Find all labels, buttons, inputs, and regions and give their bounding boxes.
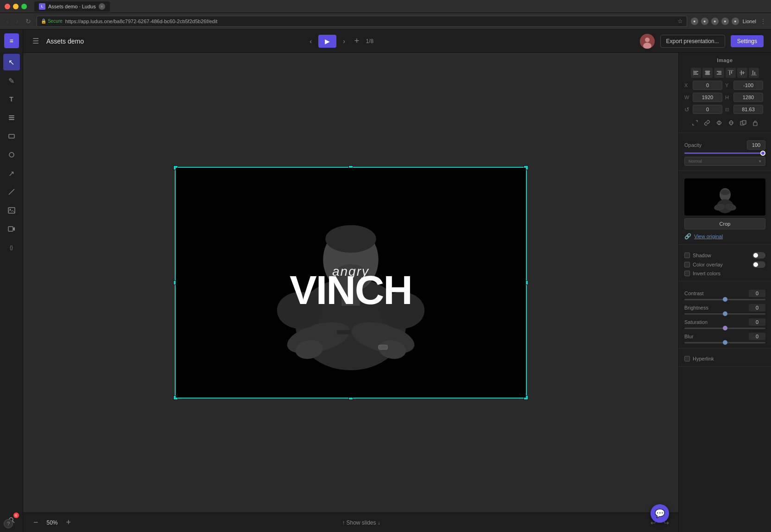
sidebar-item-pen[interactable]: ✎ (3, 72, 20, 89)
svg-line-5 (9, 189, 14, 195)
rotation-input[interactable] (693, 105, 722, 114)
flip-h-icon[interactable] (714, 118, 724, 128)
settings-button[interactable]: Settings (731, 35, 764, 47)
w-input[interactable] (693, 93, 722, 102)
lock-icon[interactable] (750, 118, 760, 128)
align-center-h-icon[interactable] (702, 68, 713, 78)
shadow-check-left: Shadow (684, 253, 711, 258)
play-button[interactable]: ▶ (318, 35, 336, 48)
flip-v-icon[interactable] (726, 118, 736, 128)
y-input[interactable] (733, 81, 763, 90)
blur-slider[interactable] (684, 342, 765, 343)
svg-rect-6 (8, 208, 15, 213)
contrast-header: Contrast (684, 290, 765, 297)
maximize-button[interactable] (21, 4, 27, 9)
opacity-slider[interactable] (684, 152, 765, 154)
show-slides-toggle[interactable]: ↑ Show slides ↓ (342, 519, 380, 526)
bookmark-icon[interactable]: ☆ (677, 18, 683, 25)
sidebar-item-circle[interactable] (3, 146, 20, 163)
contrast-input[interactable] (749, 290, 765, 297)
brightness-thumb[interactable] (723, 311, 727, 316)
export-button[interactable]: Export presentation... (660, 35, 725, 48)
saturation-input[interactable] (749, 318, 765, 326)
contrast-thumb[interactable] (723, 297, 727, 302)
tab-close-button[interactable]: × (99, 3, 105, 10)
sidebar-item-select[interactable]: ↖ (3, 54, 20, 70)
svg-rect-30 (694, 74, 698, 75)
help-button[interactable]: ? (4, 519, 13, 528)
contrast-slider[interactable] (684, 299, 765, 300)
sidebar-item-list[interactable] (3, 109, 20, 126)
shadow-checkbox[interactable] (684, 253, 690, 258)
svg-rect-36 (718, 72, 721, 73)
browser-menu-icon[interactable]: ⋮ (760, 18, 766, 25)
saturation-slider[interactable] (684, 328, 765, 329)
back-button[interactable]: ‹ (5, 17, 11, 26)
opacity-label: Opacity (684, 142, 701, 148)
refresh-button[interactable]: ↻ (24, 17, 33, 26)
expand-icon[interactable] (690, 118, 700, 128)
svg-point-12 (645, 38, 650, 42)
chat-bubble[interactable]: 💬 (651, 504, 669, 523)
forward-button[interactable]: › (14, 17, 20, 26)
panel-section-opacity: Opacity Normal ▾ (679, 133, 771, 171)
invert-checkbox[interactable] (684, 271, 690, 276)
sidebar-item-line[interactable] (3, 184, 20, 200)
scale-input[interactable] (733, 105, 763, 114)
h-input[interactable] (733, 93, 763, 102)
hyperlink-checkbox[interactable] (684, 356, 690, 361)
crop-button[interactable]: Crop (684, 218, 765, 229)
sidebar-item-arrow[interactable]: ↗ (3, 165, 20, 182)
blur-thumb[interactable] (723, 340, 727, 345)
align-left-icon[interactable] (691, 68, 701, 78)
right-panel: Image (678, 53, 771, 532)
position-row-wh: W H (684, 93, 765, 102)
color-overlay-toggle[interactable] (752, 261, 765, 268)
align-top-icon[interactable] (726, 68, 736, 78)
sidebar-item-rect[interactable] (3, 128, 20, 145)
window-tab[interactable]: L Assets demo · Ludus × (34, 1, 110, 12)
sidebar-item-text[interactable]: T (3, 91, 20, 108)
next-slide-button[interactable]: › (340, 36, 348, 47)
blur-input[interactable] (749, 333, 765, 340)
extension-icon-2[interactable]: ● (701, 18, 708, 25)
opacity-input[interactable] (747, 140, 765, 150)
link-icon[interactable] (702, 118, 712, 128)
sidebar-item-image[interactable] (3, 202, 20, 219)
view-original-row[interactable]: 🔗 View original (684, 233, 765, 240)
sidebar-logo[interactable]: ≡ (4, 33, 19, 48)
add-slide-button[interactable]: + (352, 35, 362, 47)
opacity-slider-thumb[interactable] (760, 151, 765, 156)
x-input[interactable] (693, 81, 722, 90)
prev-slide-button[interactable]: ‹ (307, 36, 315, 47)
zoom-plus-button[interactable]: + (63, 517, 74, 528)
sidebar-item-code[interactable]: {} (3, 239, 20, 256)
slide-canvas[interactable]: ▓▓▓▓▓ (175, 167, 527, 399)
svg-rect-49 (753, 122, 757, 126)
saturation-thumb[interactable] (723, 326, 727, 330)
svg-rect-46 (754, 72, 755, 75)
extension-icon-5[interactable]: ● (732, 18, 739, 25)
shadow-toggle-knob (753, 253, 758, 258)
extension-icon-1[interactable]: ● (691, 18, 698, 25)
forward-icon[interactable] (738, 118, 748, 128)
brightness-input[interactable] (749, 304, 765, 311)
shadow-toggle[interactable] (752, 252, 765, 259)
address-bar[interactable]: 🔒 Secure https://app.ludus.one/ba8c7972-… (37, 16, 687, 27)
menu-button[interactable]: ☰ (31, 35, 41, 47)
align-bottom-icon[interactable] (749, 68, 759, 78)
panel-section-adjustments: Contrast Brightness (679, 281, 771, 348)
brightness-slider[interactable] (684, 313, 765, 315)
panel-section-hyperlink: Hyperlink (679, 348, 771, 367)
align-right-icon[interactable] (714, 68, 724, 78)
blend-mode-dropdown[interactable]: Normal ▾ (684, 157, 765, 166)
color-overlay-checkbox[interactable] (684, 262, 690, 267)
close-button[interactable] (5, 4, 10, 9)
minimize-button[interactable] (13, 4, 19, 9)
extension-icon-4[interactable]: ● (721, 18, 729, 25)
align-center-v-icon[interactable] (737, 68, 747, 78)
app-layout: ≡ ↖ ✎ T ↗ (0, 30, 771, 532)
zoom-minus-button[interactable]: − (31, 517, 41, 528)
extension-icon-3[interactable]: ● (711, 18, 719, 25)
sidebar-item-video[interactable] (3, 221, 20, 237)
